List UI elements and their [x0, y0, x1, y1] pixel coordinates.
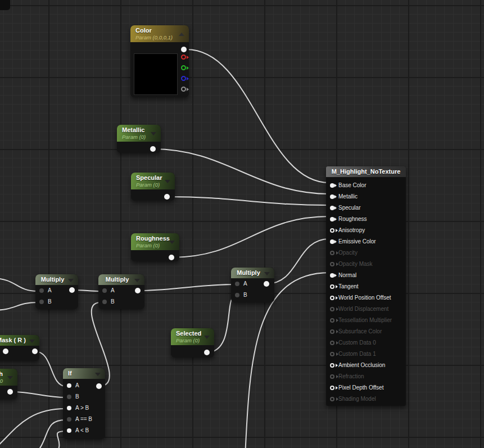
- mask-input-pin[interactable]: [3, 349, 8, 354]
- node-mask-r[interactable]: Mask ( R ): [0, 335, 39, 361]
- roughness-output-pin[interactable]: [169, 255, 174, 260]
- wire-partial-to-if-b[interactable]: [10, 392, 66, 397]
- node-color-param[interactable]: Color Param (0,0,0,1): [130, 25, 189, 97]
- pin-row-shading-model[interactable]: Shading Model: [326, 393, 406, 405]
- node-multiply1-header[interactable]: Multiply: [35, 274, 78, 285]
- if-agtb-pin[interactable]: [67, 406, 71, 410]
- node-multiply2-header[interactable]: Multiply: [98, 274, 144, 285]
- pin-row-normal[interactable]: Normal: [326, 270, 406, 281]
- if-input-aeqb-row[interactable]: A == B: [63, 414, 105, 425]
- if-input-b-row[interactable]: B: [63, 391, 105, 402]
- wire-mask-to-if-a[interactable]: [35, 351, 66, 386]
- pin-row-anisotropy[interactable]: Anisotropy: [326, 225, 406, 236]
- node-if[interactable]: If A B A > B A == B A < B: [63, 368, 105, 439]
- wire-left-to-multiply1b[interactable]: [0, 302, 38, 310]
- wire-multiply3-to-emissive[interactable]: [266, 239, 329, 284]
- pin-row-tessellation-multiplier[interactable]: Tessellation Multiplier: [326, 315, 406, 326]
- node-material-result[interactable]: M_Highlight_NoTexture Base Color Metalli…: [326, 166, 406, 406]
- collapse-arrow-icon[interactable]: [169, 241, 175, 244]
- wire-bottom-to-if-agtb[interactable]: [0, 409, 66, 448]
- node-multiply3-header[interactable]: Multiply: [231, 268, 274, 278]
- if-output-pin[interactable]: [96, 383, 102, 389]
- pin-row-tangent[interactable]: Tangent: [326, 281, 406, 292]
- node-mask-header[interactable]: Mask ( R ): [0, 335, 39, 346]
- input-a-pin[interactable]: [102, 288, 107, 293]
- if-input-altb-row[interactable]: A < B: [63, 425, 105, 436]
- base-color-pin[interactable]: [330, 183, 334, 188]
- pin-row-roughness[interactable]: Roughness: [326, 214, 406, 225]
- node-roughness-header[interactable]: Roughness Param (0): [131, 233, 179, 250]
- node-roughness-param[interactable]: Roughness Param (0): [131, 233, 179, 261]
- emissive-color-pin[interactable]: [330, 239, 334, 244]
- multiply3-output-pin[interactable]: [264, 281, 269, 287]
- metallic-pin[interactable]: [330, 194, 334, 199]
- node-partial-left[interactable]: h 0: [0, 369, 17, 399]
- partial-output-pin[interactable]: [7, 389, 13, 395]
- node-if-header[interactable]: If: [63, 368, 105, 379]
- alpha-output-pin[interactable]: [181, 87, 186, 92]
- pin-row-emissive-color[interactable]: Emissive Color: [326, 236, 406, 247]
- wire-color-to-basecolor[interactable]: [187, 49, 329, 183]
- roughness-pin[interactable]: [330, 217, 334, 221]
- wire-left-to-multiply1a[interactable]: [0, 278, 38, 291]
- collapse-arrow-icon[interactable]: [264, 272, 270, 275]
- anisotropy-pin[interactable]: [330, 228, 334, 233]
- node-multiply-2[interactable]: Multiply A B: [98, 274, 144, 309]
- pin-row-specular[interactable]: Specular: [326, 202, 406, 214]
- pin-row-ambient-occlusion[interactable]: Ambient Occlusion: [326, 360, 406, 371]
- if-a-pin[interactable]: [67, 383, 71, 388]
- input-a-pin[interactable]: [39, 288, 44, 293]
- pin-row-opacity[interactable]: Opacity: [326, 247, 406, 259]
- blue-output-pin[interactable]: [181, 76, 186, 81]
- collapse-arrow-icon[interactable]: [151, 132, 156, 135]
- if-input-agtb-row[interactable]: A > B: [63, 402, 105, 414]
- node-metallic-param[interactable]: Metallic Param (0): [117, 125, 161, 153]
- collapse-arrow-icon[interactable]: [165, 180, 170, 183]
- pin-row-world-displacement[interactable]: World Displacement: [326, 304, 406, 315]
- input-b-pin[interactable]: [102, 300, 107, 304]
- input-b-pin[interactable]: [39, 300, 44, 304]
- node-color-header[interactable]: Color Param (0,0,0,1): [130, 25, 189, 42]
- pin-row-world-position-offset[interactable]: World Position Offset: [326, 292, 406, 304]
- pin-row-base-color[interactable]: Base Color: [326, 180, 406, 191]
- input-b-pin[interactable]: [235, 293, 239, 297]
- world-position-offset-pin[interactable]: [330, 296, 334, 300]
- material-node-header[interactable]: M_Highlight_NoTexture: [326, 166, 406, 177]
- node-specular-param[interactable]: Specular Param (0): [131, 173, 175, 201]
- pin-row-custom-data-0[interactable]: Custom Data 0: [326, 337, 406, 349]
- pixel-depth-offset-pin[interactable]: [330, 386, 334, 390]
- if-altb-pin[interactable]: [67, 428, 71, 433]
- rgb-output-pin[interactable]: [181, 47, 187, 52]
- collapse-arrow-icon[interactable]: [204, 336, 210, 339]
- pin-row-refraction[interactable]: Refraction: [326, 371, 406, 382]
- pin-row-opacity-mask[interactable]: Opacity Mask: [326, 259, 406, 270]
- wire-multiply2-to-multiply3a[interactable]: [138, 284, 236, 291]
- pin-row-custom-data-1[interactable]: Custom Data 1: [326, 349, 406, 360]
- pin-row-subsurface-color[interactable]: Subsurface Color: [326, 326, 406, 337]
- node-partial-header[interactable]: h 0: [0, 369, 17, 386]
- wire-roughness[interactable]: [171, 216, 329, 257]
- pin-row-metallic[interactable]: Metallic: [326, 191, 406, 202]
- wire-specular[interactable]: [167, 197, 329, 205]
- tangent-pin[interactable]: [330, 284, 334, 289]
- mask-output-pin[interactable]: [32, 349, 38, 354]
- collapse-arrow-icon[interactable]: [7, 376, 13, 379]
- metallic-output-pin[interactable]: [150, 146, 156, 152]
- if-b-pin[interactable]: [67, 395, 71, 399]
- collapse-arrow-icon[interactable]: [29, 340, 35, 343]
- collapse-arrow-icon[interactable]: [179, 33, 184, 36]
- color-preview-swatch[interactable]: [134, 53, 178, 95]
- specular-pin[interactable]: [330, 206, 334, 210]
- node-selected-param[interactable]: Selected Param (0): [171, 328, 214, 358]
- node-specular-header[interactable]: Specular Param (0): [131, 173, 175, 189]
- node-metallic-header[interactable]: Metallic Param (0): [117, 125, 161, 142]
- node-multiply-3[interactable]: Multiply A B: [231, 268, 274, 302]
- selected-output-pin[interactable]: [204, 350, 210, 355]
- node-selected-header[interactable]: Selected Param (0): [171, 328, 214, 345]
- specular-output-pin[interactable]: [164, 194, 170, 200]
- normal-pin[interactable]: [330, 273, 334, 278]
- input-a-pin[interactable]: [235, 282, 239, 286]
- collapse-arrow-icon[interactable]: [134, 279, 140, 282]
- collapse-arrow-icon[interactable]: [95, 373, 101, 376]
- green-output-pin[interactable]: [181, 65, 186, 70]
